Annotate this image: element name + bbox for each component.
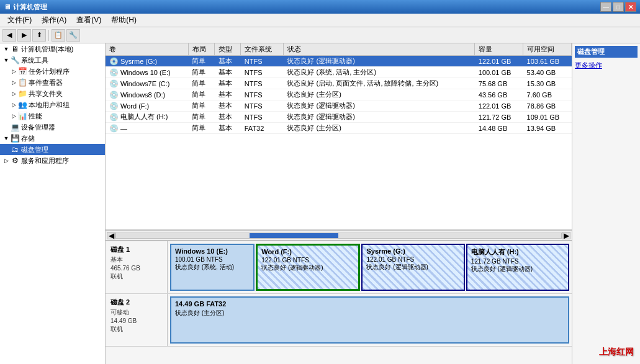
col-capacity: 容量 — [475, 43, 523, 56]
volume-icon: 💿 — [109, 113, 119, 122]
action-panel-title: 磁盘管理 — [575, 46, 638, 58]
disk2-status: 联机 — [110, 325, 162, 334]
scroll-track[interactable] — [115, 233, 562, 239]
disk2-label: 磁盘 2 — [110, 298, 162, 307]
partition-win10[interactable]: Windows 10 (E:) 100.01 GB NTFS 状态良好 (系统,… — [170, 244, 255, 291]
menu-file[interactable]: 文件(F) — [2, 14, 37, 27]
sidebar-item-device-manager[interactable]: 💻 设备管理器 — [0, 122, 105, 133]
cell-free: 13.94 GB — [523, 123, 572, 134]
disk1-type: 基本 — [110, 255, 162, 264]
sidebar-event-label: 事件查看器 — [29, 78, 63, 87]
cell-capacity: 121.72 GB — [475, 112, 523, 123]
title-bar-buttons: — □ ✕ — [600, 2, 636, 12]
volume-icon: 💿 — [109, 79, 119, 88]
sidebar-item-shared-folders[interactable]: ▷ 📁 共享文件夹 — [0, 88, 105, 99]
toolbar-forward[interactable]: ▶ — [17, 29, 31, 42]
cell-capacity: 122.01 GB — [475, 56, 523, 67]
part-word-name: Word (F:) — [261, 248, 354, 255]
sidebar-item-local-users[interactable]: ▷ 👥 本地用户和组 — [0, 99, 105, 110]
partition-sysrme[interactable]: Sysrme (G:) 122.01 GB NTFS 状态良好 (逻辑驱动器) — [361, 244, 464, 291]
arrow-shared: ▷ — [10, 90, 17, 97]
toolbar-back[interactable]: ◀ — [2, 29, 16, 42]
col-type: 类型 — [215, 43, 241, 56]
partition-word[interactable]: Word (F:) 122.01 GB NTFS 状态良好 (逻辑驱动器) — [256, 244, 360, 291]
sidebar-disk-label: 磁盘管理 — [21, 145, 48, 154]
menu-help[interactable]: 帮助(H) — [106, 14, 142, 27]
table-row[interactable]: 💿 Word (F:) 简单 基本 NTFS 状态良好 (逻辑驱动器) 122.… — [106, 100, 572, 112]
cell-layout: 简单 — [188, 56, 214, 67]
action-more-link[interactable]: 更多操作 — [575, 60, 638, 71]
table-row[interactable]: 💿 Windows8 (D:) 简单 基本 NTFS 状态良好 (主分区) 43… — [106, 89, 572, 100]
table-row[interactable]: 💿 Windows7E (C:) 简单 基本 NTFS 状态良好 (启动, 页面… — [106, 78, 572, 89]
computer-icon: 🖥 — [10, 44, 20, 54]
part-removable-size: 14.49 GB FAT32 — [175, 300, 564, 308]
col-free: 可用空间 — [523, 43, 572, 56]
scroll-left-btn[interactable]: ◀ — [107, 232, 115, 239]
task-icon: 📅 — [17, 66, 27, 76]
storage-icon: 💾 — [10, 133, 20, 143]
title-bar-text: 计算机管理 — [13, 2, 47, 12]
sidebar-item-storage[interactable]: ▼ 💾 存储 — [0, 133, 105, 144]
scroll-right-btn[interactable]: ▶ — [562, 232, 570, 239]
disk-row-2: 磁盘 2 可移动 14.49 GB 联机 14.49 GB FAT32 状态良好… — [106, 294, 572, 347]
cell-status: 状态良好 (逻辑驱动器) — [283, 100, 474, 112]
sidebar-item-system-tools[interactable]: ▼ 🔧 系统工具 — [0, 55, 105, 66]
cell-type: 基本 — [215, 112, 241, 123]
sidebar: ▼ 🖥 计算机管理(本地) ▼ 🔧 系统工具 ▷ 📅 任务计划程序 ▷ 📋 事件… — [0, 43, 106, 364]
scroll-thumb[interactable] — [250, 233, 338, 238]
table-area[interactable]: 卷 布局 类型 文件系统 状态 容量 可用空间 💿 Sysrme (G:) — [106, 43, 572, 230]
table-row[interactable]: 💿 — 简单 基本 FAT32 状态良好 (主分区) 14.48 GB 13.9… — [106, 123, 572, 134]
volume-icon: 💿 — [109, 124, 119, 133]
sidebar-item-services[interactable]: ▷ ⚙ 服务和应用程序 — [0, 155, 105, 166]
cell-volume: 💿 Windows8 (D:) — [106, 89, 188, 100]
cell-capacity: 122.01 GB — [475, 100, 523, 112]
cell-free: 15.30 GB — [523, 78, 572, 89]
cell-type: 基本 — [215, 100, 241, 112]
sidebar-services-label: 服务和应用程序 — [21, 156, 69, 166]
toolbar-up[interactable]: ⬆ — [32, 29, 46, 42]
minimize-button[interactable]: — — [600, 2, 611, 12]
cell-free: 109.01 GB — [523, 112, 572, 123]
expand-arrow-sys: ▼ — [2, 56, 10, 64]
sidebar-item-performance[interactable]: ▷ 📊 性能 — [0, 110, 105, 122]
volume-icon: 💿 — [109, 91, 119, 99]
close-button[interactable]: ✕ — [625, 2, 636, 12]
cell-type: 基本 — [215, 123, 241, 134]
cell-status: 状态良好 (主分区) — [283, 89, 474, 100]
sidebar-task-label: 任务计划程序 — [29, 67, 70, 76]
sidebar-root[interactable]: ▼ 🖥 计算机管理(本地) — [0, 43, 105, 55]
horizontal-scrollbar[interactable]: ◀ ▶ — [106, 230, 572, 240]
partition-removable[interactable]: 14.49 GB FAT32 状态良好 (主分区) — [170, 296, 569, 344]
toolbar-action2[interactable]: 🔧 — [66, 29, 80, 42]
sidebar-item-task-scheduler[interactable]: ▷ 📅 任务计划程序 — [0, 66, 105, 77]
partition-diannao[interactable]: 电脑人人有 (H:) 121.72 GB NTFS 状态良好 (逻辑驱动器) — [466, 244, 569, 291]
cell-layout: 简单 — [188, 89, 214, 100]
sidebar-item-disk-mgmt[interactable]: 🗂 磁盘管理 — [0, 144, 105, 155]
menu-view[interactable]: 查看(V) — [71, 14, 106, 27]
toolbar-action1[interactable]: 📋 — [52, 29, 65, 42]
table-row[interactable]: 💿 Windows 10 (E:) 简单 基本 NTFS 状态良好 (系统, 活… — [106, 67, 572, 78]
cell-fs: NTFS — [241, 67, 284, 78]
disk-row-1: 磁盘 1 基本 465.76 GB 联机 Windows 10 (E:) 100… — [106, 241, 572, 294]
maximize-button[interactable]: □ — [613, 2, 624, 12]
cell-capacity: 43.56 GB — [475, 89, 523, 100]
menu-bar: 文件(F) 操作(A) 查看(V) 帮助(H) — [0, 14, 640, 27]
cell-volume: 💿 Windows7E (C:) — [106, 78, 188, 89]
cell-layout: 简单 — [188, 67, 214, 78]
sidebar-users-label: 本地用户和组 — [29, 100, 70, 110]
col-layout: 布局 — [188, 43, 214, 56]
sidebar-item-event-viewer[interactable]: ▷ 📋 事件查看器 — [0, 77, 105, 88]
table-row[interactable]: 💿 电脑人人有 (H:) 简单 基本 NTFS 状态良好 (逻辑驱动器) 121… — [106, 112, 572, 123]
disk2-info: 磁盘 2 可移动 14.49 GB 联机 — [106, 294, 168, 346]
expand-arrow: ▼ — [2, 45, 10, 53]
part-win10-status: 状态良好 (系统, 活动) — [175, 263, 250, 272]
sidebar-device-label: 设备管理器 — [21, 123, 55, 132]
part-word-status: 状态良好 (逻辑驱动器) — [261, 264, 354, 272]
part-word-size: 122.01 GB NTFS — [261, 257, 354, 264]
disk-view: 磁盘 1 基本 465.76 GB 联机 Windows 10 (E:) 100… — [106, 240, 572, 364]
services-icon: ⚙ — [10, 156, 20, 166]
menu-action[interactable]: 操作(A) — [37, 14, 71, 27]
table-row[interactable]: 💿 Sysrme (G:) 简单 基本 NTFS 状态良好 (逻辑驱动器) 12… — [106, 56, 572, 67]
cell-fs: FAT32 — [241, 123, 284, 134]
disk2-type: 可移动 — [110, 308, 162, 317]
